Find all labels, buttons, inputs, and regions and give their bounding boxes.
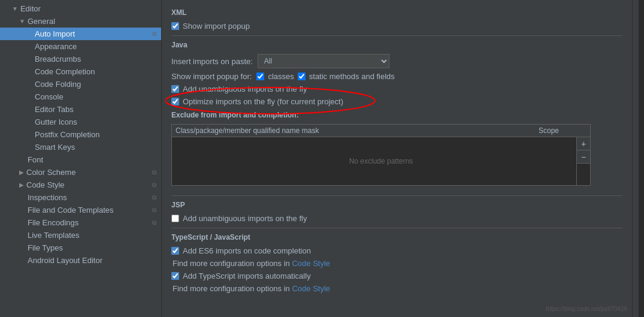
optimize-imports-checkbox[interactable] [171, 98, 179, 105]
arrow-icon: ▼ [19, 18, 25, 25]
sidebar-item-live-templates[interactable]: Live Templates [0, 229, 161, 241]
add-unambiguous-checkbox[interactable] [171, 85, 179, 93]
add-pattern-button[interactable]: + [577, 137, 590, 150]
remove-pattern-button[interactable]: − [577, 150, 590, 164]
sidebar-item-label: Color Scheme [26, 168, 75, 177]
copy-icon: ⧉ [152, 182, 156, 189]
arrow-icon: ▶ [19, 182, 24, 188]
sidebar-item-android-layout[interactable]: Android Layout Editor [0, 254, 161, 267]
sidebar-item-gutter-icons[interactable]: Gutter Icons [0, 116, 161, 128]
jsp-add-unambiguous-label: Add unambiguous imports on the fly [183, 214, 307, 223]
table-col1-header: Class/package/member qualified name mask [176, 126, 539, 135]
scrollbar[interactable] [633, 0, 639, 317]
insert-imports-label: Insert imports on paste: [171, 57, 253, 66]
add-unambiguous-label: Add unambiguous imports on the fly [183, 84, 307, 93]
ts-add-es6-label: Add ES6 imports on code completion [183, 246, 311, 255]
sidebar-item-label: Live Templates [28, 231, 79, 240]
arrow-icon: ▼ [12, 5, 18, 12]
sidebar-item-file-code-templates[interactable]: File and Code Templates⧉ [0, 204, 161, 216]
sidebar-item-appearance[interactable]: Appearance [0, 40, 161, 53]
jsp-add-unambiguous-row: Add unambiguous imports on the fly [171, 214, 622, 223]
sidebar-item-label: Smart Keys [35, 143, 75, 152]
xml-show-import-checkbox[interactable] [171, 22, 179, 30]
arrow-icon: ▶ [19, 169, 24, 176]
sidebar-item-editor-tabs[interactable]: Editor Tabs [0, 103, 161, 116]
sidebar-item-code-completion[interactable]: Code Completion [0, 65, 161, 78]
ts-add-auto-checkbox[interactable] [171, 272, 179, 280]
java-section-label: Java [171, 41, 622, 49]
sidebar-item-inspections[interactable]: Inspections⧉ [0, 191, 161, 204]
xml-section-label: XML [171, 8, 622, 17]
ts-add-es6-checkbox[interactable] [171, 247, 179, 255]
exclude-label: Exclude from import and completion: [171, 111, 622, 119]
ts-find-more-1-row: Find more configuration options in Code … [171, 259, 622, 268]
right-panel [632, 0, 644, 317]
ts-add-auto-row: Add TypeScript imports automatically [171, 271, 622, 280]
xml-show-import-row: Show import popup [171, 22, 622, 31]
sidebar-item-label: Console [35, 92, 64, 101]
table-action-buttons: + − [576, 137, 590, 185]
sidebar-item-label: Android Layout Editor [28, 256, 102, 265]
sidebar-item-file-types[interactable]: File Types [0, 241, 161, 254]
sidebar-item-auto-import[interactable]: Auto Import⧉ [0, 28, 161, 40]
sidebar-item-label: Auto Import [35, 29, 75, 38]
sidebar-item-label: Font [28, 155, 43, 164]
exclude-table: Class/package/member qualified name mask… [171, 124, 591, 186]
sidebar-item-smart-keys[interactable]: Smart Keys [0, 141, 161, 153]
sidebar-item-code-folding[interactable]: Code Folding [0, 78, 161, 90]
copy-icon: ⧉ [152, 194, 156, 201]
sidebar-item-color-scheme[interactable]: ▶Color Scheme⧉ [0, 166, 161, 179]
jsp-section-label: JSP [171, 201, 622, 209]
sidebar-item-postfix-completion[interactable]: Postfix Completion [0, 128, 161, 141]
optimize-imports-row: Optimize imports on the fly (for current… [171, 97, 622, 106]
classes-label: classes [268, 72, 294, 81]
sidebar-item-breadcrumbs[interactable]: Breadcrumbs [0, 53, 161, 65]
exclude-table-header: Class/package/member qualified name mask… [172, 125, 590, 137]
exclude-table-area: Class/package/member qualified name mask… [171, 124, 591, 191]
copy-icon: ⧉ [152, 31, 156, 38]
ts-code-style-link-2[interactable]: Code Style [292, 284, 330, 293]
table-col2-header: Scope [539, 126, 586, 135]
sidebar-item-editor[interactable]: ▼Editor [0, 2, 161, 15]
ts-code-style-link-1[interactable]: Code Style [292, 259, 330, 268]
classes-checkbox[interactable] [256, 73, 264, 80]
java-jsp-divider [171, 195, 622, 196]
show-import-popup-label: Show import popup for: [171, 72, 252, 81]
sidebar-item-label: Breadcrumbs [35, 55, 81, 64]
sidebar-item-label: Code Style [26, 180, 65, 189]
ts-find-more-1-text: Find more configuration options in [173, 259, 290, 268]
insert-imports-select[interactable]: All Ask None [258, 54, 389, 68]
sidebar-item-label: General [28, 17, 55, 26]
add-unambiguous-row: Add unambiguous imports on the fly [171, 84, 622, 93]
sidebar-item-file-encodings[interactable]: File Encodings⧉ [0, 216, 161, 229]
sidebar-item-label: Gutter Icons [35, 117, 77, 126]
content-wrapper: XML Show import popup Java Insert import… [171, 8, 622, 293]
static-methods-checkbox[interactable] [298, 73, 306, 80]
settings-sidebar: ▼Editor▼GeneralAuto Import⧉AppearanceBre… [0, 0, 162, 317]
copy-icon: ⧉ [152, 169, 156, 176]
sidebar-item-label: File Types [28, 243, 63, 252]
settings-main: XML Show import popup Java Insert import… [162, 0, 632, 317]
sidebar-item-label: Appearance [35, 42, 77, 51]
sidebar-item-label: Inspections [28, 193, 67, 202]
sidebar-item-label: File Encodings [28, 218, 78, 227]
static-methods-label: static methods and fields [309, 72, 395, 81]
optimize-imports-label: Optimize imports on the fly (for current… [183, 97, 343, 106]
sidebar-item-font[interactable]: Font [0, 153, 161, 166]
show-import-popup-row: Show import popup for: classes static me… [171, 72, 622, 81]
xml-show-import-label: Show import popup [183, 22, 250, 31]
sidebar-item-code-style[interactable]: ▶Code Style⧉ [0, 179, 161, 191]
ts-section-label: TypeScript / JavaScript [171, 233, 622, 241]
show-import-checkbox-group: classes static methods and fields [256, 72, 394, 81]
sidebar-item-general[interactable]: ▼General [0, 15, 161, 28]
exclude-table-body: No exclude patterns + − [172, 137, 590, 185]
ts-add-es6-row: Add ES6 imports on code completion [171, 246, 622, 255]
ts-find-more-2-text: Find more configuration options in [173, 284, 290, 293]
jsp-add-unambiguous-checkbox[interactable] [171, 215, 179, 222]
sidebar-item-label: Editor [20, 4, 41, 13]
copy-icon: ⧉ [152, 207, 156, 214]
sidebar-item-label: File and Code Templates [28, 206, 114, 215]
sidebar-item-label: Code Completion [35, 67, 95, 76]
jsp-ts-divider [171, 228, 622, 228]
sidebar-item-console[interactable]: Console [0, 90, 161, 103]
